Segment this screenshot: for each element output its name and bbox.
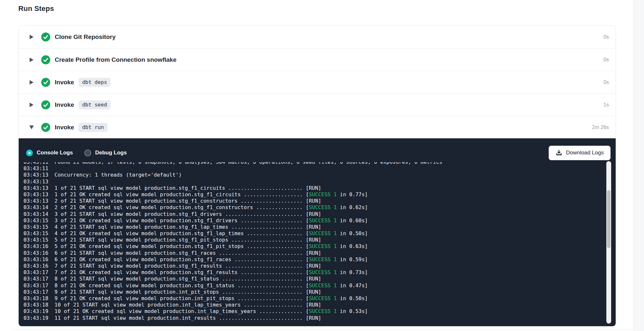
step-label: Clone Git Repository bbox=[55, 33, 116, 41]
log-type-radio-console-logs[interactable]: Console Logs bbox=[26, 150, 73, 156]
log-line: 03:43:18 10 of 21 START sql view model p… bbox=[24, 302, 616, 308]
step-label: Invoke bbox=[55, 79, 74, 86]
log-scrollbar-thumb[interactable] bbox=[607, 190, 611, 248]
download-logs-button[interactable]: Download Logs bbox=[549, 146, 611, 160]
log-scrollbar-track[interactable] bbox=[606, 161, 611, 324]
log-line: 03:43:16 5 of 21 OK created sql view mod… bbox=[24, 243, 616, 250]
log-line: 03:43:17 8 of 21 OK created sql view mod… bbox=[24, 282, 616, 289]
chevron-icon bbox=[29, 125, 34, 129]
step-row[interactable]: Invoke dbt seed 1s bbox=[19, 93, 616, 116]
step-label: Create Profile from Connection snowflake bbox=[55, 56, 176, 63]
log-success-status: SUCCESS 1 bbox=[309, 269, 337, 275]
step-row[interactable]: Create Profile from Connection snowflake… bbox=[19, 48, 616, 71]
chevron-icon bbox=[30, 35, 33, 39]
step-row[interactable]: Invoke dbt deps 0s bbox=[19, 71, 616, 93]
console-panel: Console LogsDebug Logs Download Logs 03:… bbox=[19, 138, 616, 326]
step-duration: 0s bbox=[603, 57, 609, 63]
download-logs-label: Download Logs bbox=[566, 150, 604, 156]
success-check-icon bbox=[41, 32, 50, 41]
run-steps-card: Clone Git Repository 0s Create Profile f… bbox=[18, 25, 616, 326]
log-line: 03:43:13 Concurrency: 1 threads (target=… bbox=[24, 172, 616, 178]
log-line: 03:43:15 5 of 21 START sql view model pr… bbox=[24, 237, 616, 243]
log-success-status: SUCCESS 1 bbox=[309, 217, 337, 224]
step-duration: 0s bbox=[603, 79, 609, 85]
section-divider bbox=[13, 329, 633, 329]
radio-unselected-icon[interactable] bbox=[84, 150, 91, 156]
log-success-status: SUCCESS 1 bbox=[309, 191, 337, 198]
download-icon bbox=[555, 149, 563, 156]
chevron-icon bbox=[30, 58, 33, 62]
page-right-gutter bbox=[633, 0, 644, 331]
log-line: 03:43:15 4 of 21 OK created sql view mod… bbox=[24, 230, 616, 237]
log-line: 03:43:16 7 of 21 START sql view model pr… bbox=[24, 263, 616, 269]
expand-toggle[interactable] bbox=[29, 58, 34, 62]
log-type-radio-group: Console LogsDebug Logs bbox=[26, 150, 138, 156]
step-row[interactable]: Invoke dbt run 2m 26s bbox=[19, 116, 616, 138]
success-check-icon bbox=[41, 55, 50, 64]
step-command-chip: dbt seed bbox=[79, 100, 110, 109]
log-line: 03:43:19 10 of 21 OK created sql view mo… bbox=[24, 308, 616, 315]
log-line: 03:43:19 11 of 21 START sql view model p… bbox=[24, 315, 616, 321]
step-label: Invoke bbox=[55, 124, 74, 131]
log-line: 03:43:11 bbox=[24, 165, 616, 172]
radio-label: Console Logs bbox=[37, 150, 73, 156]
step-list: Clone Git Repository 0s Create Profile f… bbox=[19, 26, 616, 138]
step-duration: 0s bbox=[603, 34, 609, 40]
success-check-icon bbox=[41, 123, 50, 132]
log-success-status: SUCCESS 1 bbox=[309, 308, 337, 314]
chevron-icon bbox=[30, 103, 33, 107]
success-check-icon bbox=[41, 78, 50, 87]
log-success-status: SUCCESS 1 bbox=[309, 243, 337, 249]
console-header: Console LogsDebug Logs Download Logs bbox=[19, 138, 616, 162]
log-line: 03:43:15 3 of 21 OK created sql view mod… bbox=[24, 217, 616, 224]
step-row[interactable]: Clone Git Repository 0s bbox=[19, 26, 616, 48]
expand-toggle[interactable] bbox=[29, 35, 34, 39]
log-line: 03:43:14 2 of 21 OK created sql view mod… bbox=[24, 204, 616, 211]
console-log-output: 03:43:11 Found 21 models, 17 tests, 0 sn… bbox=[19, 162, 616, 326]
page-title: Run Steps bbox=[18, 5, 54, 13]
log-success-status: SUCCESS 1 bbox=[309, 282, 337, 289]
log-line: 03:43:13 bbox=[24, 179, 616, 185]
log-success-status: SUCCESS 1 bbox=[309, 230, 337, 236]
log-line: 03:43:17 8 of 21 START sql view model pr… bbox=[24, 276, 616, 282]
log-line: 03:43:16 6 of 21 OK created sql view mod… bbox=[24, 256, 616, 263]
log-line: 03:43:13 1 of 21 OK created sql view mod… bbox=[24, 191, 616, 198]
step-command-chip: dbt deps bbox=[79, 78, 110, 87]
log-line: 03:43:14 3 of 21 START sql view model pr… bbox=[24, 211, 616, 217]
log-type-radio-debug-logs[interactable]: Debug Logs bbox=[84, 150, 127, 156]
log-line: 03:43:16 6 of 21 START sql view model pr… bbox=[24, 250, 616, 256]
chevron-icon bbox=[30, 80, 33, 85]
log-success-status: SUCCESS 1 bbox=[309, 256, 337, 262]
log-line: 03:43:11 Found 21 models, 17 tests, 0 sn… bbox=[24, 162, 616, 165]
radio-label: Debug Logs bbox=[95, 150, 127, 156]
log-line: 03:43:18 9 of 21 OK created sql view mod… bbox=[24, 295, 616, 302]
log-line: 03:43:17 7 of 21 OK created sql view mod… bbox=[24, 269, 616, 276]
step-command-chip: dbt run bbox=[79, 123, 107, 132]
expand-toggle[interactable] bbox=[29, 125, 34, 129]
expand-toggle[interactable] bbox=[29, 103, 34, 107]
success-check-icon bbox=[41, 100, 50, 109]
log-success-status: SUCCESS 1 bbox=[309, 204, 337, 210]
radio-selected-icon[interactable] bbox=[26, 150, 33, 156]
log-line: 03:43:13 1 of 21 START sql view model pr… bbox=[24, 185, 616, 191]
log-line: 03:43:13 2 of 21 START sql view model pr… bbox=[24, 198, 616, 204]
step-duration: 2m 26s bbox=[592, 124, 609, 130]
step-duration: 1s bbox=[603, 102, 609, 108]
log-content: 03:43:11 Found 21 models, 17 tests, 0 sn… bbox=[19, 162, 616, 321]
expand-toggle[interactable] bbox=[29, 80, 34, 85]
log-success-status: SUCCESS 1 bbox=[309, 295, 337, 301]
step-label: Invoke bbox=[55, 101, 74, 108]
log-line: 03:43:15 4 of 21 START sql view model pr… bbox=[24, 224, 616, 230]
log-line: 03:43:17 9 of 21 START sql view model pr… bbox=[24, 289, 616, 295]
